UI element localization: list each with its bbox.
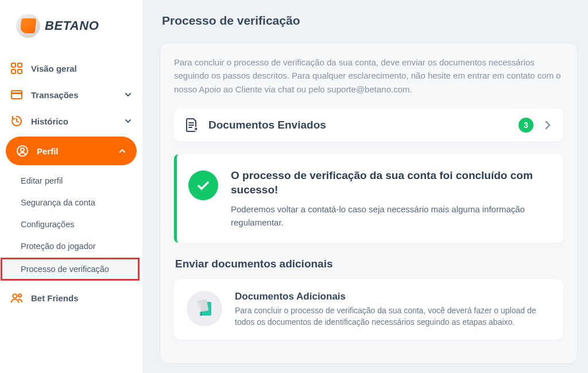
sidebar-item-label: Perfil — [37, 146, 59, 156]
document-icon — [184, 118, 199, 133]
history-icon — [10, 115, 23, 127]
chevron-up-icon — [118, 147, 126, 155]
chevron-right-icon — [543, 120, 553, 130]
page-title: Processo de verificação — [160, 14, 578, 28]
success-body: Poderemos voltar a contatá-lo caso seja … — [231, 203, 548, 229]
brand-name: BETANO — [45, 18, 99, 33]
sidebar-item-profile[interactable]: Perfil — [6, 137, 137, 165]
additional-section-heading: Enviar documentos adicionais — [175, 258, 563, 270]
verification-success-card: O processo de verificação da sua conta f… — [174, 154, 563, 243]
success-title: O processo de verificação da sua conta f… — [231, 168, 548, 197]
notebook-icon — [187, 291, 222, 327]
sub-item-player-protection[interactable]: Proteção do jogador — [0, 235, 142, 257]
additional-body: Para concluir o processo de verificação … — [235, 305, 551, 328]
chevron-down-icon — [124, 117, 132, 125]
additional-title: Documentos Adicionais — [235, 291, 551, 302]
sidebar-item-transactions[interactable]: Transações — [0, 81, 142, 108]
sidebar-item-history[interactable]: Histórico — [0, 108, 142, 134]
sub-item-verification-process[interactable]: Processo de verificação — [1, 258, 139, 280]
sub-item-edit-profile[interactable]: Editar perfil — [0, 170, 142, 192]
sent-documents-card[interactable]: Documentos Enviados 3 — [174, 108, 563, 142]
sidebar-item-label: Bet Friends — [31, 293, 79, 303]
svg-rect-2 — [11, 69, 16, 73]
sidebar-item-label: Visão geral — [31, 64, 77, 73]
sent-documents-title: Documentos Enviados — [208, 119, 509, 131]
profile-submenu: Editar perfil Segurança da conta Configu… — [0, 168, 142, 285]
svg-point-8 — [13, 294, 17, 298]
sidebar-item-label: Transações — [31, 90, 79, 100]
sidebar-item-label: Histórico — [31, 116, 68, 126]
svg-rect-1 — [18, 63, 22, 67]
svg-point-7 — [21, 148, 24, 151]
sidebar-item-bet-friends[interactable]: Bet Friends — [0, 285, 142, 311]
card-icon — [10, 88, 23, 101]
sub-item-account-security[interactable]: Segurança da conta — [0, 192, 142, 213]
grid-icon — [10, 62, 23, 75]
svg-rect-0 — [11, 63, 16, 67]
additional-documents-card[interactable]: Documentos Adicionais Para concluir o pr… — [174, 279, 563, 340]
user-icon — [16, 145, 29, 157]
check-circle-icon — [188, 170, 218, 200]
friends-icon — [10, 292, 23, 304]
documents-count-badge: 3 — [519, 118, 533, 133]
sub-item-settings[interactable]: Configurações — [0, 213, 142, 235]
svg-point-9 — [18, 294, 21, 297]
svg-rect-3 — [18, 69, 22, 73]
svg-rect-5 — [11, 92, 22, 94]
intro-text: Para concluir o processo de verificação … — [174, 56, 563, 96]
brand-logo[interactable]: BETANO — [0, 7, 142, 55]
brand-mark-icon — [16, 14, 40, 38]
content-panel: Para concluir o processo de verificação … — [160, 42, 578, 364]
main-content: Processo de verificação Para concluir o … — [142, 0, 588, 373]
chevron-down-icon — [124, 91, 132, 99]
svg-rect-13 — [198, 299, 208, 312]
sidebar: BETANO Visão geral Transações Histórico … — [0, 0, 142, 373]
svg-rect-4 — [11, 91, 22, 99]
sidebar-item-overview[interactable]: Visão geral — [0, 55, 142, 81]
